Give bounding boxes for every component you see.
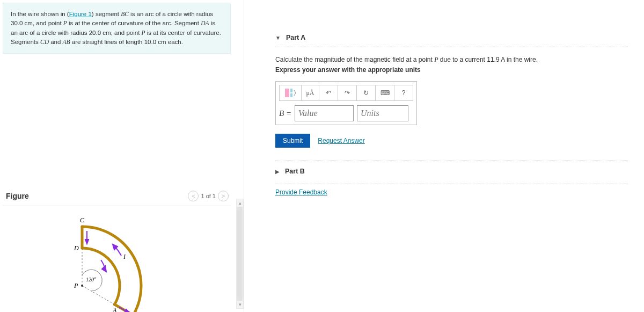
chevron-down-icon: ▼ (275, 35, 281, 41)
problem-prompt: In the wire shown in (Figure 1) segment … (3, 3, 231, 54)
help-button[interactable]: ? (394, 85, 413, 101)
figure-title: Figure (6, 192, 29, 200)
redo-button[interactable]: ↷ (338, 85, 357, 101)
scroll-thumb[interactable] (237, 207, 243, 301)
label-angle: 120° (86, 277, 96, 282)
label-d: D (74, 244, 79, 252)
var-p: P (63, 20, 67, 26)
prompt-text: ) segment (92, 11, 121, 17)
scroll-down-icon[interactable]: ▾ (237, 301, 243, 308)
prompt-text: In the wire shown in ( (11, 11, 69, 17)
prompt-text: and (49, 39, 63, 45)
units-input[interactable] (357, 105, 408, 121)
svg-marker-5 (85, 240, 89, 244)
label-c: C (80, 216, 85, 224)
var-p: P (142, 30, 145, 36)
provide-feedback-link[interactable]: Provide Feedback (275, 188, 327, 196)
part-a-body: Calculate the magnitude of the magnetic … (275, 56, 628, 148)
svg-rect-14 (290, 93, 292, 97)
question-text: due to a current 11.9 (438, 56, 501, 63)
submit-button[interactable]: Submit (275, 134, 310, 148)
keyboard-button[interactable]: ⌨ (375, 85, 394, 101)
part-a-header[interactable]: ▼ Part A (275, 30, 628, 47)
prompt-text: are straight lines of length 10.0 cm eac… (70, 39, 183, 45)
var-p: P (434, 56, 438, 63)
scroll-up-icon[interactable]: ▴ (237, 199, 243, 207)
svg-rect-12 (285, 89, 289, 97)
question-text: Calculate the magnitude of the magnetic … (275, 56, 434, 63)
var-cd: CD (40, 39, 49, 45)
unit-a: A (501, 56, 504, 63)
variable-label: B = (279, 109, 291, 118)
chevron-right-icon: ▶ (275, 169, 280, 175)
pager-text: 1 of 1 (201, 193, 216, 199)
label-a: A (112, 307, 117, 312)
instruction-text: Express your answer with the appropriate… (275, 66, 628, 74)
figure-scrollbar[interactable]: ▴ ▾ (236, 199, 244, 309)
figure-link[interactable]: Figure 1 (69, 11, 92, 17)
part-b-header[interactable]: ▶ Part B (275, 161, 628, 182)
var-ab: AB (63, 39, 70, 45)
undo-button[interactable]: ↶ (319, 85, 338, 101)
pager-prev-button[interactable]: < (188, 191, 199, 201)
units-button[interactable]: μÅ (301, 85, 319, 101)
svg-point-10 (81, 285, 83, 287)
svg-line-1 (114, 304, 133, 312)
label-i: I (123, 253, 126, 260)
request-answer-link[interactable]: Request Answer (318, 137, 364, 144)
pager-next-button[interactable]: > (218, 191, 229, 201)
var-bc: BC (121, 11, 129, 17)
var-da: DA (201, 20, 209, 26)
svg-rect-13 (290, 89, 292, 92)
value-input[interactable] (295, 105, 354, 121)
reset-button[interactable]: ↻ (356, 85, 376, 101)
prompt-text: is at the center of curvature of the arc… (67, 20, 201, 26)
question-text: in the wire. (505, 56, 538, 63)
figure-diagram: C D P A B B I 120° (3, 206, 231, 312)
part-b-title: Part B (285, 168, 305, 175)
label-p: P (74, 282, 78, 289)
answer-box: μÅ ↶ ↷ ↻ ⌨ ? B = (275, 81, 417, 125)
part-a-title: Part A (286, 34, 305, 41)
template-picker-button[interactable] (279, 85, 302, 101)
figure-pager: < 1 of 1 > (188, 191, 229, 201)
svg-marker-6 (102, 266, 106, 272)
